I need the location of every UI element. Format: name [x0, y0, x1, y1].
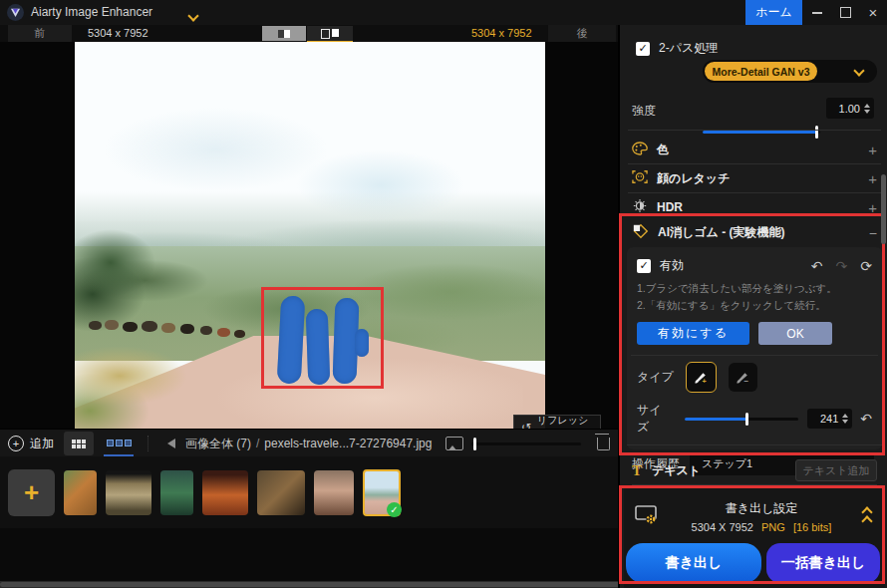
strength-slider[interactable]	[703, 131, 820, 134]
size-spinner[interactable]	[842, 414, 848, 424]
face-retouch-icon	[632, 169, 648, 187]
trash-icon[interactable]	[597, 438, 610, 450]
photo-tree	[75, 226, 176, 331]
face-section-row[interactable]: 顔のレタッチ +	[632, 165, 877, 191]
svg-text:−: −	[744, 377, 749, 386]
vertical-scrollbar-thumb[interactable]	[881, 174, 886, 244]
photo-cattle	[161, 323, 175, 333]
home-button[interactable]: ホーム	[745, 0, 802, 25]
maximize-button[interactable]	[831, 0, 859, 25]
hdr-section-row[interactable]: HDR +	[632, 194, 877, 220]
size-undo-icon[interactable]: ↶	[860, 411, 872, 427]
photo-preview[interactable]	[75, 42, 545, 429]
current-filename: pexels-travele...7-27276947.jpg	[264, 437, 432, 450]
brush-add-button[interactable]: +	[686, 362, 717, 393]
size-slider[interactable]	[685, 418, 799, 421]
two-pass-checkbox-row[interactable]: ✓ 2-パス処理	[636, 40, 718, 57]
thumbnail-size-slider[interactable]	[471, 442, 581, 445]
face-label: 顔のレタッチ	[657, 170, 730, 187]
thumbnail-tiger[interactable]	[64, 470, 97, 515]
eraser-collapse-icon[interactable]: −	[869, 225, 877, 241]
size-value-box[interactable]: 241	[807, 409, 852, 429]
checkbox-checked-icon[interactable]: ✓	[636, 42, 650, 56]
strength-value-box[interactable]: 1.00	[826, 98, 874, 119]
text-icon: T	[632, 462, 642, 479]
model-chevron-icon	[853, 65, 864, 76]
size-value: 241	[820, 413, 838, 425]
canvas-header: 前 5304 x 7952 5304 x 7952 後	[0, 25, 618, 42]
size-slider-handle[interactable]	[745, 413, 748, 426]
thumbnail-butterfly[interactable]	[106, 470, 151, 515]
color-section-row[interactable]: 色 +	[632, 137, 877, 162]
thumbnail-landscape-selected[interactable]: ✓	[363, 469, 401, 516]
export-settings-icon[interactable]	[634, 503, 660, 530]
eraser-icon	[632, 223, 649, 242]
eraser-enabled-checkbox[interactable]: ✓	[637, 259, 651, 273]
strip-view-button[interactable]	[104, 431, 134, 456]
export-button[interactable]: 書き出し	[626, 543, 761, 583]
photo-cattle	[89, 321, 102, 330]
add-text-button[interactable]: テキスト追加	[795, 459, 877, 481]
apply-button[interactable]: 有効にする	[637, 322, 749, 345]
strength-spinner[interactable]	[864, 104, 870, 114]
photo-grass	[75, 341, 224, 429]
photo-canvas[interactable]: ↺ リフレッシュ 10%	[0, 42, 618, 429]
text-section-row[interactable]: T テキスト テキスト追加	[632, 456, 877, 485]
thumbnail-terrarium[interactable]	[160, 470, 193, 515]
export-settings-label: 書き出し設定	[660, 500, 863, 517]
close-button[interactable]: ×	[859, 0, 887, 25]
brush-remove-button[interactable]: −	[729, 363, 757, 392]
eraser-enabled-label: 有効	[660, 257, 684, 274]
size-label: サイズ	[637, 402, 673, 436]
thumbnail-dog-armor[interactable]	[257, 470, 305, 515]
color-expand-icon[interactable]: +	[868, 142, 877, 158]
photo-cattle	[180, 324, 194, 334]
eraser-brush-stroke	[355, 329, 369, 357]
model-value: More-Detail GAN v3	[705, 62, 817, 81]
single-view-icon	[278, 30, 290, 38]
thumbnail-size-handle[interactable]	[473, 438, 476, 450]
app-logo-icon	[7, 4, 24, 21]
thumbnail-woman-portrait[interactable]	[314, 470, 354, 515]
add-icon: +	[8, 436, 24, 451]
add-thumbnail-button[interactable]: +	[8, 469, 55, 516]
after-tab[interactable]: 後	[548, 25, 616, 42]
split-view-icon	[321, 29, 339, 39]
minimize-button[interactable]	[803, 0, 831, 25]
before-tab[interactable]: 前	[8, 25, 72, 42]
two-pass-label: 2-パス処理	[659, 40, 718, 57]
collapse-chevrons-icon[interactable]	[863, 508, 871, 525]
add-label: 追加	[30, 436, 54, 452]
text-label: テキスト	[652, 462, 701, 479]
thumbnail-burger[interactable]	[202, 470, 248, 515]
after-resolution: 5304 x 7952	[471, 27, 532, 39]
ok-button[interactable]: OK	[758, 322, 832, 345]
eraser-section-header[interactable]: AI消しゴム - (実験機能) −	[632, 219, 877, 246]
view-split-toggle[interactable]	[307, 26, 353, 43]
strength-label: 強度	[632, 103, 656, 120]
reset-icon[interactable]: ⟳	[860, 258, 872, 274]
redo-icon[interactable]: ↷	[836, 258, 848, 274]
batch-export-button[interactable]: 一括書き出し	[766, 543, 880, 583]
eraser-instruction-1: 1.ブラシで消去したい部分を塗りつぶす。	[627, 274, 882, 296]
before-resolution: 5304 x 7952	[88, 27, 148, 39]
model-dropdown[interactable]: More-Detail GAN v3	[703, 60, 877, 83]
view-single-toggle[interactable]	[262, 26, 306, 41]
selected-check-icon: ✓	[387, 502, 402, 517]
export-bits: [16 bits]	[793, 521, 832, 533]
hdr-expand-icon[interactable]: +	[868, 199, 877, 216]
app-menu-chevron-icon[interactable]	[189, 9, 197, 23]
strip-view-icon	[107, 440, 132, 446]
photo-road-highlight	[194, 351, 523, 429]
breadcrumb[interactable]: 画像全体 (7)	[185, 436, 251, 452]
app-title: Aiarty Image Enhancer	[31, 5, 152, 19]
eraser-body: ✓ 有効 ↶ ↷ ⟳ 1.ブラシで消去したい部分を塗りつぶす。 2.「有効にする…	[627, 247, 882, 449]
back-arrow-icon[interactable]	[167, 439, 175, 448]
face-expand-icon[interactable]: +	[868, 170, 877, 187]
svg-text:+: +	[703, 377, 707, 386]
strength-value: 1.00	[839, 103, 860, 115]
export-resolution: 5304 X 7952	[692, 521, 753, 533]
undo-icon[interactable]: ↶	[811, 258, 823, 274]
grid-view-button[interactable]	[64, 432, 94, 455]
add-image-button[interactable]: + 追加	[8, 436, 54, 452]
